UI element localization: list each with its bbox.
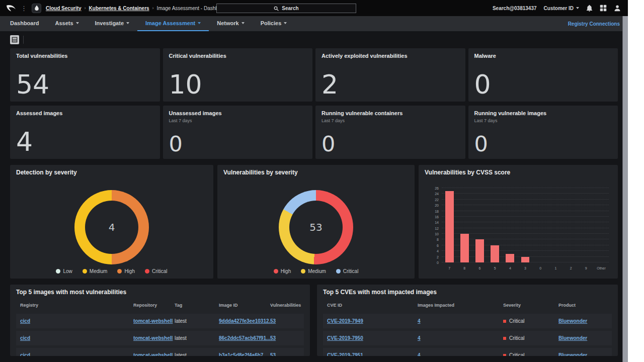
breadcrumb-link[interactable]: Kubernetes & Containers bbox=[89, 6, 149, 11]
table-link[interactable]: cicd bbox=[20, 318, 30, 324]
table-link[interactable]: 53 bbox=[270, 318, 276, 324]
chart-legend: LowMediumHighCritical bbox=[10, 268, 213, 274]
vertical-scrollbar[interactable] bbox=[622, 16, 628, 362]
bar[interactable] bbox=[475, 239, 484, 262]
table-row[interactable]: CVE-2019-79514CriticalBluewonder bbox=[323, 348, 612, 356]
tab-label: Assets bbox=[55, 20, 73, 26]
user-profile-icon[interactable] bbox=[614, 5, 621, 12]
table-link[interactable]: tomcat-webshell bbox=[133, 318, 173, 324]
table-link[interactable]: CVE-2019-7949 bbox=[327, 318, 363, 324]
table-row[interactable]: cicdtomcat-webshelllatest86c2ddc57acb67f… bbox=[16, 331, 304, 345]
legend-dot-icon bbox=[83, 269, 87, 274]
column-header-repository[interactable]: Repository bbox=[133, 303, 175, 308]
account-label: Search@03813437 bbox=[493, 6, 537, 11]
bar[interactable] bbox=[491, 245, 499, 262]
table-body: cicdtomcat-webshelllatest9ddda427fe3ee10… bbox=[16, 314, 304, 356]
column-header-images-impacted[interactable]: Images Impacted bbox=[418, 303, 503, 308]
y-tick-label: 14 bbox=[435, 221, 439, 224]
stat-card-assessed-images: Assessed images 4 bbox=[10, 106, 160, 159]
bar-slot: 3 bbox=[518, 188, 533, 262]
column-header-cve-id[interactable]: CVE ID bbox=[327, 303, 418, 308]
table-link[interactable]: b3a1c5d8e2f4a6b7... bbox=[219, 352, 268, 356]
severity-cell: Critical bbox=[503, 335, 558, 341]
tab-investigate[interactable]: Investigate bbox=[87, 16, 137, 31]
table-link[interactable]: CVE-2019-7950 bbox=[327, 335, 363, 341]
stat-card-running-vulnerable-images: Running vulnerable images Last 7 days 0 bbox=[468, 106, 618, 159]
bar[interactable] bbox=[506, 254, 514, 262]
chevron-down-icon bbox=[126, 22, 129, 24]
table-link[interactable]: 9ddda427fe3ee10312... bbox=[219, 318, 270, 324]
tab-label: Dashboard bbox=[10, 20, 39, 26]
table-cell: tomcat-webshell bbox=[133, 318, 175, 324]
column-header-tag[interactable]: Tag bbox=[175, 303, 219, 308]
tab-network[interactable]: Network bbox=[209, 16, 252, 31]
table-link[interactable]: 53 bbox=[270, 335, 276, 341]
tab-dashboard[interactable]: Dashboard bbox=[8, 16, 47, 31]
column-header-severity[interactable]: Severity bbox=[503, 303, 558, 308]
column-header-product[interactable]: Product bbox=[558, 303, 608, 308]
topbar-right: Search@03813437 Customer ID bbox=[493, 5, 622, 12]
y-tick-label: 12 bbox=[435, 226, 439, 230]
customer-id-dropdown[interactable]: Customer ID bbox=[544, 6, 579, 11]
table-title: Top 5 images with most vulnerabilities bbox=[16, 289, 304, 296]
table-row[interactable]: CVE-2019-79494CriticalBluewonder bbox=[323, 314, 612, 328]
y-tick-label: 8 bbox=[437, 238, 439, 241]
stat-value: 4 bbox=[16, 130, 154, 154]
donut-chart[interactable]: 4 bbox=[74, 190, 149, 264]
table-link[interactable]: 86c2ddc57acb67f91... bbox=[219, 335, 270, 341]
table-link[interactable]: 4 bbox=[418, 335, 421, 341]
table-cell: latest bbox=[175, 352, 219, 356]
table-link[interactable]: 53 bbox=[270, 352, 276, 356]
y-tick-label: 4 bbox=[437, 249, 439, 253]
table-cell: Bluewonder bbox=[558, 318, 608, 324]
tab-policies[interactable]: Policies bbox=[253, 16, 295, 31]
table-link[interactable]: tomcat-webshell bbox=[133, 335, 173, 341]
tab-label: Investigate bbox=[95, 20, 124, 26]
column-header-registry[interactable]: Registry bbox=[20, 303, 133, 308]
chart-title: Vulnerabilities by CVSS score bbox=[425, 169, 612, 176]
bar-slot: 1 bbox=[548, 188, 563, 262]
chart-title: Vulnerabilities by severity bbox=[223, 169, 409, 176]
table-title: Top 5 CVEs with most impacted images bbox=[323, 289, 612, 296]
severity-dot-icon bbox=[503, 354, 506, 356]
table-link[interactable]: Bluewonder bbox=[558, 318, 587, 324]
bar[interactable] bbox=[445, 191, 454, 262]
global-search-input[interactable]: Search bbox=[216, 4, 356, 13]
table-link[interactable]: cicd bbox=[20, 335, 30, 341]
table-cell: Bluewonder bbox=[558, 335, 608, 341]
bar-slot: 2 bbox=[564, 188, 579, 262]
column-header-image-id[interactable]: Image ID bbox=[219, 303, 270, 308]
table-link[interactable]: Bluewonder bbox=[558, 335, 587, 341]
bar[interactable] bbox=[460, 234, 469, 262]
legend-dot-icon bbox=[117, 269, 122, 274]
breadcrumb-link[interactable]: Cloud Security bbox=[46, 6, 82, 11]
table-link[interactable]: CVE-2019-7951 bbox=[327, 352, 363, 356]
bar-slot: 9 bbox=[579, 188, 594, 262]
y-tick-label: 6 bbox=[437, 243, 439, 247]
table-row[interactable]: CVE-2019-79504CriticalBluewonder bbox=[323, 331, 612, 345]
qualys-logo-icon[interactable] bbox=[6, 5, 16, 12]
table-row[interactable]: cicdtomcat-webshelllatest9ddda427fe3ee10… bbox=[16, 314, 304, 328]
donut-chart[interactable]: 53 bbox=[279, 190, 353, 264]
column-header-vulnerabilities[interactable]: Vulnerabilities bbox=[270, 303, 301, 308]
tab-image-assessment[interactable]: Image Assessment bbox=[137, 16, 209, 31]
bar[interactable] bbox=[521, 257, 530, 262]
app-menu-icon[interactable]: ⋮ bbox=[21, 5, 27, 12]
table-cell: 53 bbox=[270, 335, 300, 341]
dashboard-picker-button[interactable] bbox=[10, 35, 19, 44]
tab-assets[interactable]: Assets bbox=[47, 16, 87, 31]
table-link[interactable]: 4 bbox=[418, 318, 421, 324]
notifications-bell-icon[interactable] bbox=[586, 5, 593, 12]
table-link[interactable]: cicd bbox=[20, 352, 30, 356]
cloud-security-product-icon[interactable] bbox=[32, 4, 41, 13]
registry-connections-link[interactable]: Registry Connections bbox=[568, 16, 620, 31]
apps-grid-icon[interactable] bbox=[600, 5, 607, 12]
table-link[interactable]: 4 bbox=[418, 352, 421, 356]
tab-label: Network bbox=[217, 20, 238, 26]
table-link[interactable]: Bluewonder bbox=[558, 352, 587, 356]
stat-label: Running vulnerable images bbox=[474, 110, 612, 116]
chevron-down-icon bbox=[198, 22, 201, 24]
x-tick-label: 3 bbox=[524, 266, 526, 270]
table-link[interactable]: tomcat-webshell bbox=[133, 352, 173, 356]
table-row[interactable]: cicdtomcat-webshelllatestb3a1c5d8e2f4a6b… bbox=[16, 348, 304, 356]
